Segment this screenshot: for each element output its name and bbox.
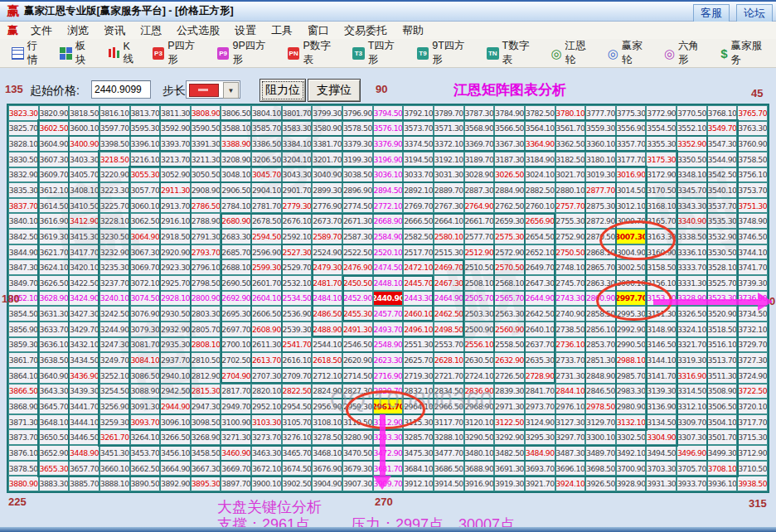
toolbar-item-9t-square[interactable]: T99T四方形 xyxy=(412,39,479,67)
matrix-cell: 2462.50 xyxy=(434,306,464,322)
matrix-cell: 3127.30 xyxy=(555,414,586,430)
menu-item-settings[interactable]: 设置 xyxy=(227,23,264,38)
matrix-cell: 3324.10 xyxy=(677,322,707,337)
menu-item-browse[interactable]: 浏览 xyxy=(60,23,96,38)
toolbar-item-kline[interactable]: K线 xyxy=(103,41,145,66)
matrix-cell: 3396.10 xyxy=(130,136,161,152)
toolbar-item-winner-wheel[interactable]: ◎赢家轮 xyxy=(603,39,657,67)
matrix-cell: 3696.10 xyxy=(555,461,586,476)
matrix-cell: 3861.70 xyxy=(8,352,39,368)
step-select[interactable]: ▼ xyxy=(186,80,240,99)
toolbar-item-sectors[interactable]: 板块 xyxy=(55,39,100,67)
matrix-cell: 2836.90 xyxy=(464,384,495,399)
angle-label-135: 135 xyxy=(5,83,23,95)
matrix-cell: 3232.90 xyxy=(99,244,130,260)
toolbar-item-p-number-table[interactable]: PNP数字表 xyxy=(283,39,345,67)
matrix-cell: 3331.30 xyxy=(677,275,707,291)
matrix-cell: 2856.10 xyxy=(585,322,616,337)
toolbar-item-label: 9T四方形 xyxy=(432,39,474,67)
toolbar-item-p-square[interactable]: P3P四方形 xyxy=(148,39,210,67)
matrix-cell: 2659.30 xyxy=(494,213,525,229)
menu-item-window[interactable]: 窗口 xyxy=(300,23,337,38)
menu-item-formula-stock-pick[interactable]: 公式选股 xyxy=(169,23,227,38)
toolbar-item-market-quotes[interactable]: 行情 xyxy=(7,39,52,67)
menu-item-gann[interactable]: 江恩 xyxy=(133,23,169,38)
matrix-cell: 3172.90 xyxy=(646,167,677,183)
matrix-cell: 2779.30 xyxy=(282,198,313,214)
matrix-cell: 2678.50 xyxy=(251,213,282,229)
matrix-cell: 3669.70 xyxy=(221,461,251,476)
matrix-cell: 3304.90 xyxy=(646,429,677,445)
matrix-cell: 3832.90 xyxy=(8,167,39,183)
matrix-cell: 3256.90 xyxy=(99,399,130,414)
matrix-cell: 3844.90 xyxy=(8,244,39,260)
matrix-cell: 2452.90 xyxy=(342,291,373,307)
matrix-cell: 3230.50 xyxy=(99,229,130,244)
matrix-cell: 2644.90 xyxy=(525,291,555,307)
matrix-cell: 3048.10 xyxy=(221,167,251,183)
menu-item-trade-entrust[interactable]: 交易委托 xyxy=(337,23,395,38)
matrix-cell: 3350.50 xyxy=(677,152,707,167)
matrix-cell: 3297.70 xyxy=(555,429,586,445)
matrix-cell: 3741.70 xyxy=(737,259,768,275)
matrix-cell: 3240.10 xyxy=(99,291,130,307)
matrix-cell: 3715.30 xyxy=(737,429,768,445)
market-quotes-icon xyxy=(12,47,24,60)
matrix-cell: 2803.30 xyxy=(191,306,221,322)
toolbar-item-t-square[interactable]: T3T四方形 xyxy=(347,39,410,67)
chevron-down-icon[interactable]: ▼ xyxy=(223,82,239,99)
angle-label-0: 0 xyxy=(769,295,775,307)
toolbar-item-hexagon[interactable]: ◎六角形 xyxy=(659,39,713,67)
matrix-cell: 3196.90 xyxy=(373,152,404,167)
matrix-cell: 3588.10 xyxy=(221,121,251,137)
support-button[interactable]: 支撑位 xyxy=(308,79,361,102)
menu-item-news[interactable]: 资讯 xyxy=(96,23,133,38)
menu-item-file[interactable]: 文件 xyxy=(23,23,60,38)
matrix-cell: 2743.30 xyxy=(555,291,586,307)
matrix-cell: 3326.50 xyxy=(677,306,707,322)
matrix-cell: 3194.50 xyxy=(403,152,434,167)
matrix-cell: 2460.10 xyxy=(403,306,434,322)
customer-service-button[interactable]: 客服 xyxy=(693,4,730,22)
matrix-cell: 3201.70 xyxy=(312,152,342,167)
matrix-cell: 3288.10 xyxy=(434,429,464,445)
matrix-cell: 3153.70 xyxy=(646,291,677,307)
start-price-input[interactable] xyxy=(91,80,151,99)
matrix-cell: 2520.10 xyxy=(373,244,404,260)
matrix-cell: 3619.30 xyxy=(39,229,70,244)
matrix-cell: 2577.70 xyxy=(464,229,495,244)
matrix-cell: 2553.70 xyxy=(434,337,464,353)
matrix-cell: 2515.30 xyxy=(434,244,464,260)
matrix-cell: 3403.30 xyxy=(69,152,99,167)
menu-item-tools[interactable]: 工具 xyxy=(264,23,300,38)
matrix-cell: 3014.50 xyxy=(616,182,647,198)
matrix-cell: 3708.10 xyxy=(707,461,738,476)
matrix-cell: 3182.50 xyxy=(555,152,586,167)
matrix-cell: 2800.90 xyxy=(191,291,221,307)
matrix-cell: 2481.70 xyxy=(312,275,342,291)
toolbar-item-t-number-table[interactable]: TNT数字表 xyxy=(482,39,544,67)
matrix-cell: 2488.90 xyxy=(312,322,342,337)
toolbar-item-9p-square[interactable]: P99P四方形 xyxy=(212,39,280,67)
forum-button[interactable]: 论坛 xyxy=(736,4,773,22)
toolbar-item-gann-wheel[interactable]: ◎江恩轮 xyxy=(546,39,600,67)
matrix-cell: 2932.90 xyxy=(160,322,191,337)
matrix-cell: 2529.70 xyxy=(282,259,313,275)
matrix-cell: 3223.30 xyxy=(99,182,130,198)
matrix-cell: 3031.30 xyxy=(434,167,464,183)
matrix-cell: 3592.90 xyxy=(160,121,191,137)
matrix-cell: 3333.70 xyxy=(677,259,707,275)
matrix-cell: 3427.30 xyxy=(69,306,99,322)
resistance-button[interactable]: 阻力位 xyxy=(259,79,306,102)
angle-label-315: 315 xyxy=(749,497,767,510)
matrix-cell: 2908.90 xyxy=(191,182,221,198)
matrix-cell: 3722.50 xyxy=(737,384,768,399)
matrix-cell: 3535.30 xyxy=(707,213,738,229)
matrix-cell: 3021.70 xyxy=(555,167,586,183)
matrix-cell: 3338.50 xyxy=(677,229,707,244)
menu-item-help[interactable]: 帮助 xyxy=(395,23,431,38)
matrix-cell: 3936.10 xyxy=(707,476,738,491)
toolbar-item-winner-service[interactable]: $赢家服务 xyxy=(715,39,776,67)
matrix-cell: 3496.90 xyxy=(677,445,707,461)
matrix-cell: 2695.30 xyxy=(221,306,251,322)
